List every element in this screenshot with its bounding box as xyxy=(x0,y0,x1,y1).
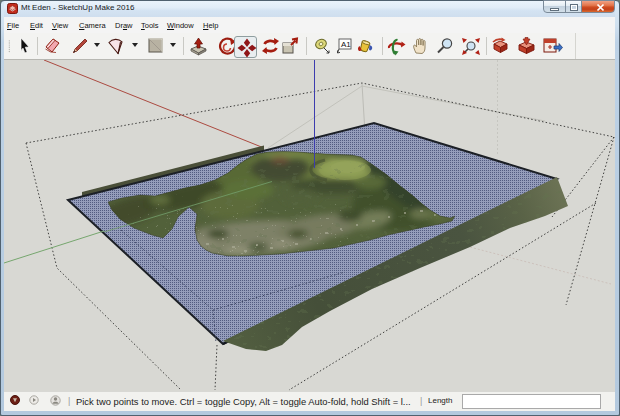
svg-text:A1: A1 xyxy=(341,40,351,49)
